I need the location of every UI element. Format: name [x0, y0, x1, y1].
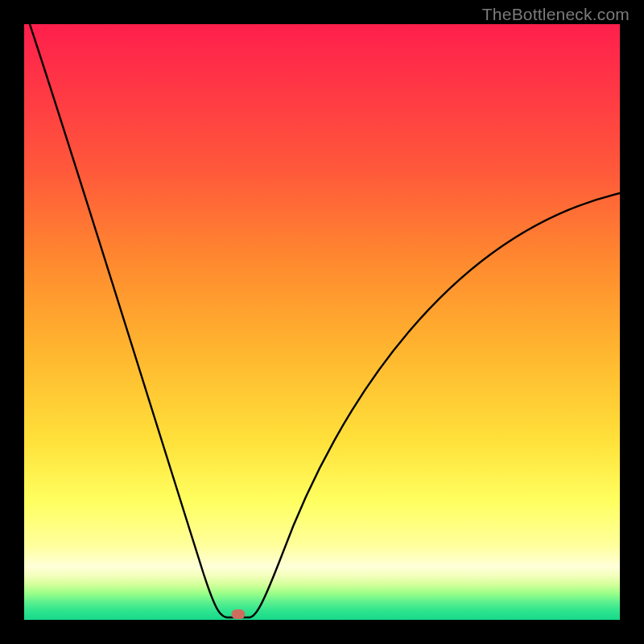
watermark-text: TheBottleneck.com [482, 5, 630, 24]
optimum-marker [232, 609, 246, 619]
plot-area [24, 24, 620, 620]
bottleneck-curve-path [30, 24, 620, 617]
bottleneck-curve [24, 24, 620, 620]
chart-frame: TheBottleneck.com [0, 0, 644, 644]
